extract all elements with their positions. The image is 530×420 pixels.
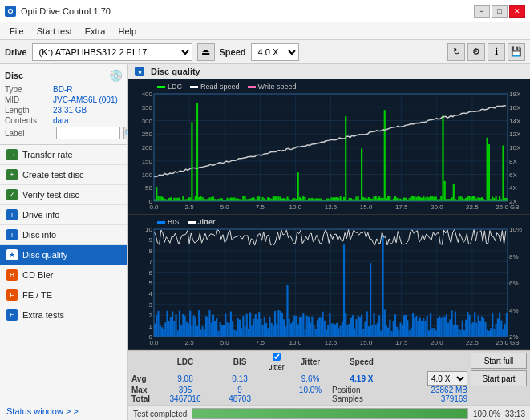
sidebar-item-fe-te[interactable]: F FE / TE xyxy=(0,285,127,305)
speed-select-stats[interactable]: 4.0 X xyxy=(427,371,467,386)
disc-info-icon: i xyxy=(6,229,18,240)
stats-max-ldc: 395 xyxy=(156,386,215,394)
disc-type-row: Type BD-R xyxy=(5,85,123,94)
stats-samples-label: Samples xyxy=(332,394,391,403)
stats-max-label: Max xyxy=(131,386,156,394)
drive-select[interactable]: (K:) ATAPI iHBS312 2 PL17 xyxy=(32,43,192,61)
cd-bler-icon: B xyxy=(6,269,18,281)
stats-bis-header: BIS xyxy=(215,353,265,371)
start-part-button[interactable]: Start part xyxy=(471,370,527,386)
close-button[interactable]: ✕ xyxy=(509,5,525,18)
sidebar: Disc 💿 Type BD-R MID JVC-AMS6L (001) Len… xyxy=(0,64,128,420)
main-layout: Disc 💿 Type BD-R MID JVC-AMS6L (001) Len… xyxy=(0,64,530,420)
sidebar-item-verify-test-disc-label: Verify test disc xyxy=(22,190,79,200)
panel-title: Disc quality xyxy=(151,67,200,76)
sidebar-item-create-test-disc-label: Create test disc xyxy=(22,170,83,180)
stats-speed-value: 4.19 X xyxy=(332,371,391,386)
charts-area: LDC Read speed Write speed xyxy=(128,79,530,350)
content-area: ★ Disc quality LDC Read speed xyxy=(128,64,530,420)
sidebar-item-disc-quality-label: Disc quality xyxy=(22,250,67,260)
start-buttons: Start full Start part xyxy=(471,353,527,403)
extra-tests-icon: E xyxy=(6,309,18,321)
drive-icon-buttons: ↻ ⚙ ℹ 💾 xyxy=(447,43,525,61)
menu-file[interactable]: File xyxy=(3,25,30,38)
disc-title: Disc xyxy=(5,71,23,80)
sidebar-item-extra-tests-label: Extra tests xyxy=(22,310,64,320)
jitter-checkbox[interactable] xyxy=(273,353,281,361)
stats-total-label: Total xyxy=(131,394,156,403)
ldc-chart-canvas xyxy=(128,79,530,214)
speed-select[interactable]: 4.0 X xyxy=(251,43,299,61)
panel-header: ★ Disc quality xyxy=(128,64,530,79)
minimize-button[interactable]: − xyxy=(474,5,490,18)
ldc-chart-container: LDC Read speed Write speed xyxy=(128,79,530,215)
disc-label-input[interactable] xyxy=(56,127,120,139)
bis-chart-container: BIS Jitter xyxy=(128,215,530,350)
stats-position-value: 23862 MB xyxy=(391,386,467,394)
menubar: File Start test Extra Help xyxy=(0,22,530,40)
app-icon: O xyxy=(5,6,16,17)
config-button[interactable]: ⚙ xyxy=(467,43,485,61)
menu-start-test[interactable]: Start test xyxy=(30,25,79,38)
disc-length-label: Length xyxy=(5,106,53,115)
sidebar-item-transfer-rate-label: Transfer rate xyxy=(22,150,73,160)
titlebar: O Opti Drive Control 1.70 − □ ✕ xyxy=(0,0,530,22)
sidebar-item-extra-tests[interactable]: E Extra tests xyxy=(0,305,127,325)
save-button[interactable]: 💾 xyxy=(508,43,525,61)
drivebar: Drive (K:) ATAPI iHBS312 2 PL17 ⏏ Speed … xyxy=(0,40,530,64)
progress-bar-outer xyxy=(192,408,468,419)
stats-total-ldc: 3467016 xyxy=(156,394,215,403)
menu-help[interactable]: Help xyxy=(111,25,143,38)
progress-percent: 100.0% xyxy=(473,410,500,418)
disc-contents-row: Contents data xyxy=(5,116,123,125)
menu-extra[interactable]: Extra xyxy=(79,25,112,38)
stats-table: LDC BIS Jitter Jitter Speed Avg 9.08 0.1… xyxy=(131,353,467,403)
disc-quality-icon: ★ xyxy=(6,249,18,260)
start-full-button[interactable]: Start full xyxy=(471,353,527,369)
stats-avg-label: Avg xyxy=(131,371,156,386)
stats-speed-col: Speed xyxy=(332,353,391,371)
progress-bar-inner xyxy=(192,409,467,418)
sidebar-item-disc-info-label: Disc info xyxy=(22,230,56,240)
jitter-check-label: Jitter xyxy=(269,363,285,371)
progress-bar-container: Test completed 100.0% 33:13 xyxy=(128,405,530,420)
progress-status: Test completed xyxy=(133,410,187,418)
disc-length-value: 23.31 GB xyxy=(53,106,87,115)
sidebar-item-cd-bler-label: CD Bler xyxy=(22,270,54,280)
sidebar-item-drive-info-label: Drive info xyxy=(22,210,59,220)
disc-header: Disc 💿 xyxy=(5,69,123,82)
disc-info: Type BD-R MID JVC-AMS6L (001) Length 23.… xyxy=(5,85,123,139)
fe-te-icon: F xyxy=(6,289,18,301)
info-button[interactable]: ℹ xyxy=(488,43,505,61)
sidebar-item-create-test-disc[interactable]: + Create test disc xyxy=(0,165,127,185)
disc-mid-row: MID JVC-AMS6L (001) xyxy=(5,95,123,104)
disc-contents-label: Contents xyxy=(5,116,53,125)
sidebar-item-verify-test-disc[interactable]: ✓ Verify test disc xyxy=(0,185,127,205)
stats-jitter-col: Jitter xyxy=(289,353,332,371)
write-legend-label: Write speed xyxy=(258,83,297,91)
stats-ldc-header: LDC xyxy=(156,353,215,371)
sidebar-item-fe-te-label: FE / TE xyxy=(22,290,52,300)
disc-length-row: Length 23.31 GB xyxy=(5,106,123,115)
jitter-legend-label: Jitter xyxy=(198,218,216,226)
sidebar-item-cd-bler[interactable]: B CD Bler xyxy=(0,265,127,285)
maximize-button[interactable]: □ xyxy=(492,5,508,18)
stats-avg-jitter: 9.6% xyxy=(289,371,332,386)
status-window-button[interactable]: Status window > > xyxy=(0,402,127,420)
verify-test-disc-icon: ✓ xyxy=(6,189,18,200)
create-test-disc-icon: + xyxy=(6,169,18,180)
eject-button[interactable]: ⏏ xyxy=(197,43,215,61)
disc-panel: Disc 💿 Type BD-R MID JVC-AMS6L (001) Len… xyxy=(0,64,127,145)
sidebar-item-transfer-rate[interactable]: → Transfer rate xyxy=(0,145,127,165)
sidebar-item-disc-quality[interactable]: ★ Disc quality xyxy=(0,245,127,265)
disc-icon: 💿 xyxy=(109,69,123,82)
stats-avg-bis: 0.13 xyxy=(215,371,265,386)
sidebar-item-drive-info[interactable]: i Drive info xyxy=(0,205,127,225)
panel-icon: ★ xyxy=(135,67,144,76)
sidebar-item-disc-info[interactable]: i Disc info xyxy=(0,225,127,245)
titlebar-title: Opti Drive Control 1.70 xyxy=(21,6,111,16)
stats-total-bis: 48703 xyxy=(215,394,265,403)
drive-info-icon: i xyxy=(6,209,18,220)
refresh-button[interactable]: ↻ xyxy=(447,43,465,61)
disc-contents-value: data xyxy=(53,116,68,125)
